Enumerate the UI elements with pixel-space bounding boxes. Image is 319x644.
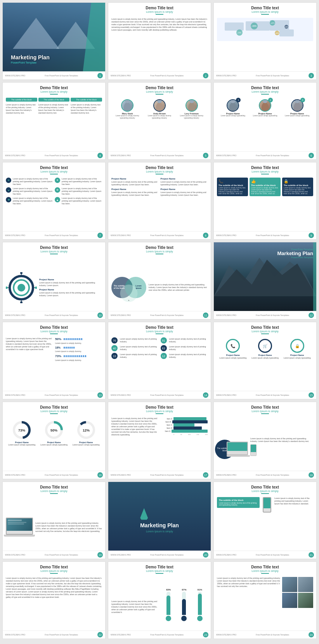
slide-6: Demo Title text Lorem Ipsum is simply 1 … (213, 82, 317, 160)
profile-lory: Lory Freeman Lorem ipsum is simply dummy… (177, 99, 206, 119)
donut-row: 73% Project Name Lorem ipsum simply type… (6, 417, 102, 449)
slide-10: Demo Title text Lorem Ipsum is simply (2, 242, 106, 319)
laptop-mockup (6, 518, 33, 537)
slide-3: Demo Title text Lorem Ipsum is simply +5… (213, 2, 317, 80)
slide-footer-12: WWW.SITE2MAX.PRO Free PowerPoint & Keyno… (214, 311, 316, 319)
phone-mockup-21 (261, 497, 273, 513)
slide-21: Demo Title text Lorem Ipsum is simply Th… (213, 482, 317, 559)
slide-footer-13: WWW.SITE2MAX.PRO Free PowerPoint & Keyno… (3, 391, 105, 399)
slide-9: Demo Title text Lorem Ipsum is simply 📞 … (213, 162, 317, 240)
tab-row: The subtitle of the block The subtitle o… (6, 98, 102, 102)
stats-row: 📞 Project Name Lorem ipsum simply typese… (217, 337, 313, 361)
slide-footer-20: WWW.SITE2MAX.PRO Free PowerPoint & Keyno… (108, 551, 211, 559)
slide-footer-22: WWW.SITE2MAX.PRO Free PowerPoint & Keyno… (3, 630, 105, 639)
slide-14: Demo Title text Lorem Ipsum is simply 76… (108, 322, 211, 399)
profile-row: Mary Stark Lorem ipsum is simply dummy t… (111, 98, 208, 121)
slide-footer-1: WWW.SITE2MAX.PRO Free PowerPoint & Keyno… (3, 71, 105, 79)
donut-12: 12% (76, 420, 96, 440)
slide-footer-2: WWW.SITE2MAX.PRO Free PowerPoint & Keyno… (108, 71, 211, 79)
slide-20: Marketing Plan Lorem Ipsum is simply WWW… (108, 482, 211, 559)
slide-footer-17: WWW.SITE2MAX.PRO Free PowerPoint & Keyno… (108, 471, 211, 479)
slides-grid: Marketing Plan PowerPoint Template WWW.S… (0, 0, 319, 641)
slide-18: Demo Title text Lorem Ipsum is simply Th… (213, 402, 317, 479)
slide-16: Demo Title text Lorem Ipsum is simply 73… (2, 402, 106, 479)
svg-point-7 (20, 272, 23, 274)
svg-point-9 (20, 301, 23, 303)
svg-point-10 (6, 287, 8, 289)
slide-17: Demo Title text Lorem Ipsum is simply Lo… (108, 402, 211, 479)
slide-footer-11: WWW.SITE2MAX.PRO Free PowerPoint & Keyno… (108, 311, 211, 319)
project-profile-row: 1 Project Name Lorem ipsum simply typese… (217, 98, 313, 119)
slide-footer-21: WWW.SITE2MAX.PRO Free PowerPoint & Keyno… (214, 551, 316, 559)
slide-13: Demo Title text Lorem Ipsum is simply Lo… (2, 322, 106, 399)
photo-grid (282, 577, 313, 608)
slide-4: Demo Title text Lorem Ipsum is simply Th… (2, 82, 106, 160)
slide-footer-16: WWW.SITE2MAX.PRO Free PowerPoint & Keyno… (3, 471, 105, 479)
slide-5: Demo Title text Lorem Ipsum is simply Ma… (108, 82, 211, 160)
slide-8: Demo Title text Lorem Ipsum is simply Pr… (108, 162, 211, 240)
slide-footer-7: WWW.SITE2MAX.PRO Free PowerPoint & Keyno… (3, 231, 105, 239)
slide-footer-9: WWW.SITE2MAX.PRO Free PowerPoint & Keyno… (214, 231, 316, 239)
venn-diagram: The subtitle of the block Lorem ipsum ★ (111, 273, 146, 302)
slide-2: Demo Title text Lorem Ipsum is simply Lo… (108, 2, 211, 80)
pencil-icon (140, 508, 148, 520)
slide-24: Demo Title text Lorem Ipsum is simply Lo… (213, 561, 317, 639)
cover-text: Marketing Plan PowerPoint Template (11, 54, 50, 64)
svg-point-2 (17, 284, 25, 292)
slide-footer-19: WWW.SITE2MAX.PRO Free PowerPoint & Keyno… (3, 551, 105, 559)
slide-15: Demo Title text Lorem Ipsum is simply 📞 … (213, 322, 317, 399)
profile-mary: Mary Stark Lorem ipsum is simply dummy t… (113, 99, 142, 119)
slide-footer-24: WWW.SITE2MAX.PRO Free PowerPoint & Keyno… (214, 630, 316, 639)
slide-12: PowerPoint Template Marketing Plan Power… (213, 242, 317, 319)
slide-footer-4: WWW.SITE2MAX.PRO Free PowerPoint & Keyno… (3, 151, 105, 159)
slide-22: Demo Title text Lorem Ipsum is simply Lo… (2, 561, 106, 639)
slide-footer-10: WWW.SITE2MAX.PRO Free PowerPoint & Keyno… (3, 311, 105, 319)
svg-point-8 (35, 287, 37, 289)
slide-footer-8: WWW.SITE2MAX.PRO Free PowerPoint & Keyno… (108, 231, 211, 239)
slide-19: Demo Title text Lorem Ipsum is simply Lo… (2, 482, 106, 559)
circular-diagram (6, 272, 37, 303)
donut-73: 73% (12, 420, 31, 440)
thermometer-chart: 83% 67% 91% (161, 592, 208, 623)
slide-footer-3: WWW.SITE2MAX.PRO Free PowerPoint & Keyno… (214, 71, 316, 79)
svg-text:12%: 12% (83, 428, 90, 432)
slide-7: Demo Title text Lorem Ipsum is simply ★ … (2, 162, 106, 240)
world-map: +58% +47% +12% +71% +15% (217, 18, 313, 41)
bar-chart: Item A Item B Item C Item D Item E (161, 417, 208, 477)
slide-footer-23: WWW.SITE2MAX.PRO Free PowerPoint & Keyno… (108, 630, 211, 639)
svg-text:50%: 50% (50, 428, 57, 432)
svg-text:73%: 73% (18, 428, 25, 432)
slide-footer-6: WWW.SITE2MAX.PRO Free PowerPoint & Keyno… (214, 151, 316, 159)
profile-andy: Andy Brown Lorem ipsum is simply dummy t… (145, 99, 174, 119)
slide-footer-5: WWW.SITE2MAX.PRO Free PowerPoint & Keyno… (108, 151, 211, 159)
slide-footer-18: WWW.SITE2MAX.PRO Free PowerPoint & Keyno… (214, 471, 316, 479)
donut-50: 50% (44, 420, 64, 440)
slide-1: Marketing Plan PowerPoint Template WWW.S… (2, 2, 106, 80)
slide-footer-14: WWW.SITE2MAX.PRO Free PowerPoint & Keyno… (108, 391, 211, 399)
slide-23: Demo Title text Lorem Ipsum is simply Lo… (108, 561, 211, 639)
slide-11: Demo Title text Lorem Ipsum is simply Th… (108, 242, 211, 319)
device-mockup-area: The subtitle of the block (217, 438, 248, 457)
slide-footer-15: WWW.SITE2MAX.PRO Free PowerPoint & Keyno… (214, 391, 316, 399)
